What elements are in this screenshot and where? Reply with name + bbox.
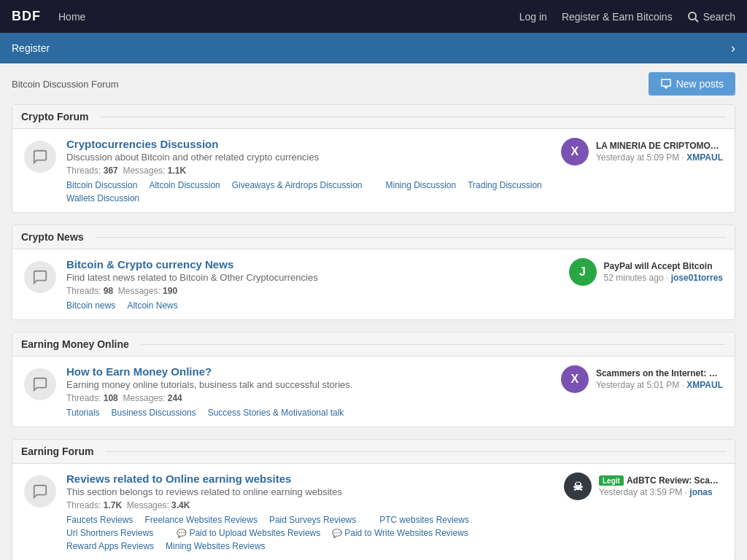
last-post-user-link[interactable]: XMPAUL: [686, 152, 723, 163]
last-post-meta: Yesterday at 5:09 PM · XMPAUL: [596, 152, 723, 163]
forum-title-link[interactable]: Reviews related to Online earning websit…: [66, 472, 291, 485]
register-banner: Register ›: [0, 33, 747, 63]
forum-stats: Threads: 108 Messages: 244: [66, 393, 551, 403]
forum-sublink-item[interactable]: Mining Websites Reviews: [166, 541, 266, 551]
forum-sublink-item[interactable]: Bitcoin news: [66, 300, 115, 311]
forum-sublink-item[interactable]: Faucets Reviews: [66, 515, 133, 525]
last-post-title: Scammers on the Internet: w...: [596, 368, 720, 378]
thread-count: 108: [104, 393, 118, 403]
header-bar: Bitcoin Discussion Forum New posts: [0, 63, 747, 104]
section-header-crypto-forum: Crypto Forum: [12, 105, 735, 129]
forum-row: How to Earn Money Online?Earning money o…: [12, 357, 735, 427]
forum-sublink-item[interactable]: Altcoin Discussion: [149, 180, 220, 190]
sections-container: Crypto ForumCryptocurrencies DiscussionD…: [0, 104, 747, 560]
forum-sublinks: TutorialsBusiness DiscussionsSuccess Sto…: [66, 408, 551, 418]
chat-icon: [32, 483, 48, 499]
message-count: 1.1K: [168, 166, 186, 176]
forum-description: Earning money online tutorials, business…: [66, 379, 551, 390]
chat-icon: [32, 269, 48, 285]
nav-login-link[interactable]: Log in: [519, 11, 547, 23]
section-header-crypto-news: Crypto News: [12, 225, 735, 249]
main-nav: BDF Home Log in Register & Earn Bitcoins…: [0, 0, 747, 33]
last-post-time: Yesterday at 5:09 PM: [596, 152, 679, 163]
forum-icon: [24, 141, 56, 173]
forum-last-post: JPayPal will Accept Bitcoin52 minutes ag…: [569, 258, 723, 286]
forum-stats: Threads: 98 Messages: 190: [66, 286, 559, 296]
last-post-title: LA MINERIA DE CRIPTOMONEDA...: [596, 141, 720, 151]
section-crypto-news: Crypto NewsBitcoin & Crypto currency New…: [12, 225, 735, 320]
thread-count: 1.7K: [104, 500, 122, 510]
forum-sublink-item[interactable]: Tutorials: [66, 408, 100, 418]
nav-home-link[interactable]: Home: [58, 11, 85, 23]
last-post-title: LegitAdBTC Review: Scam or...: [599, 475, 723, 486]
thread-count: 98: [104, 286, 113, 296]
last-post-meta: Yesterday at 3:59 PM · jonas: [599, 487, 723, 497]
thread-count: 367: [104, 166, 118, 176]
last-post-time: 52 minutes ago: [604, 273, 664, 283]
last-post-info: LA MINERIA DE CRIPTOMONEDA...Yesterday a…: [596, 141, 723, 163]
forum-icon: [24, 368, 56, 400]
forum-description: Discussion about Bitcoin and other relat…: [66, 152, 551, 163]
last-post-meta: 52 minutes ago · jose01torres: [604, 273, 723, 283]
forum-sublink-item[interactable]: Business Discussions: [112, 408, 196, 418]
site-logo: BDF: [12, 9, 41, 24]
forum-info: Cryptocurrencies DiscussionDiscussion ab…: [66, 138, 551, 203]
last-post-meta: Yesterday at 5:01 PM · XMPAUL: [596, 380, 723, 390]
forum-sublink-item[interactable]: Giveaways & Airdrops Discussion: [232, 180, 363, 190]
forum-sublink-item[interactable]: Paid Surveys Reviews: [269, 515, 356, 525]
section-earning-forum: Earning ForumReviews related to Online e…: [12, 439, 735, 560]
chat-icon: [32, 376, 48, 392]
forum-sublink-item[interactable]: Url Shortners Reviews: [66, 528, 153, 538]
forum-sublinks: Bitcoin newsAltcoin News: [66, 300, 559, 311]
forum-sublink-item[interactable]: Freelance Websites Reviews: [144, 515, 258, 525]
forum-sublink-item[interactable]: Bitcoin Discussion: [66, 180, 137, 190]
last-post-user-link[interactable]: jonas: [689, 487, 712, 497]
last-post-title: PayPal will Accept Bitcoin: [604, 261, 723, 271]
forum-sublink-item[interactable]: Trading Discussion: [468, 180, 542, 190]
svg-point-0: [689, 12, 696, 20]
forum-icon: [24, 475, 56, 508]
forum-description: Find latest news related to Bitcoin & Ot…: [66, 272, 559, 283]
forum-last-post: XScammers on the Internet: w...Yesterday…: [561, 365, 723, 393]
forum-sublinks: Faucets ReviewsFreelance Websites Review…: [66, 515, 554, 551]
message-count: 244: [168, 393, 182, 403]
new-posts-button[interactable]: New posts: [649, 72, 735, 96]
breadcrumb: Bitcoin Discussion Forum: [12, 79, 119, 90]
forum-sublink-item[interactable]: Wallets Discussion: [66, 193, 139, 203]
section-header-earning-money-online: Earning Money Online: [12, 332, 735, 357]
section-header-earning-forum: Earning Forum: [12, 440, 735, 464]
forum-sublinks: Bitcoin DiscussionAltcoin DiscussionGive…: [66, 180, 551, 203]
avatar: J: [569, 258, 597, 286]
forum-row: Bitcoin & Crypto currency NewsFind lates…: [12, 249, 735, 319]
forum-sublink-item[interactable]: Altcoin News: [127, 300, 177, 311]
last-post-time: Yesterday at 5:01 PM: [596, 380, 679, 390]
avatar: ☠: [564, 472, 592, 500]
forum-title-link[interactable]: Bitcoin & Crypto currency News: [66, 258, 233, 271]
forum-title-link[interactable]: How to Earn Money Online?: [66, 365, 212, 378]
register-banner-text[interactable]: Register: [12, 42, 50, 54]
forum-sublink-item[interactable]: Success Stories & Motivational talk: [208, 408, 344, 418]
forum-sublink-item[interactable]: Paid to Write Websites Reviews: [332, 528, 468, 538]
forum-sublink-item[interactable]: Paid to Upload Websites Reviews: [177, 528, 320, 538]
message-count: 3.4K: [171, 500, 190, 510]
new-posts-icon: [660, 78, 672, 90]
last-post-user-link[interactable]: XMPAUL: [686, 380, 723, 390]
forum-info: Bitcoin & Crypto currency NewsFind lates…: [66, 258, 559, 311]
chat-icon: [32, 149, 48, 165]
message-count: 190: [163, 286, 177, 296]
last-post-time: Yesterday at 3:59 PM: [599, 487, 682, 497]
last-post-info: PayPal will Accept Bitcoin52 minutes ago…: [604, 261, 723, 283]
nav-register-earn-link[interactable]: Register & Earn Bitcoins: [562, 11, 673, 23]
forum-title-link[interactable]: Cryptocurrencies Discussion: [66, 138, 218, 150]
section-earning-money-online: Earning Money OnlineHow to Earn Money On…: [12, 332, 735, 427]
banner-chevron[interactable]: ›: [731, 41, 735, 56]
forum-row: Reviews related to Online earning websit…: [12, 464, 735, 560]
last-post-user-link[interactable]: jose01torres: [671, 273, 723, 283]
forum-sublink-item[interactable]: PTC websites Reviews: [379, 515, 469, 525]
forum-icon: [24, 261, 56, 293]
forum-sublink-item[interactable]: Reward Apps Reviews: [66, 541, 154, 551]
svg-line-1: [695, 19, 698, 22]
forum-sublink-item[interactable]: Mining Discussion: [385, 180, 456, 190]
nav-search-button[interactable]: Search: [687, 11, 735, 23]
forum-description: This section belongs to reviews related …: [66, 486, 554, 497]
